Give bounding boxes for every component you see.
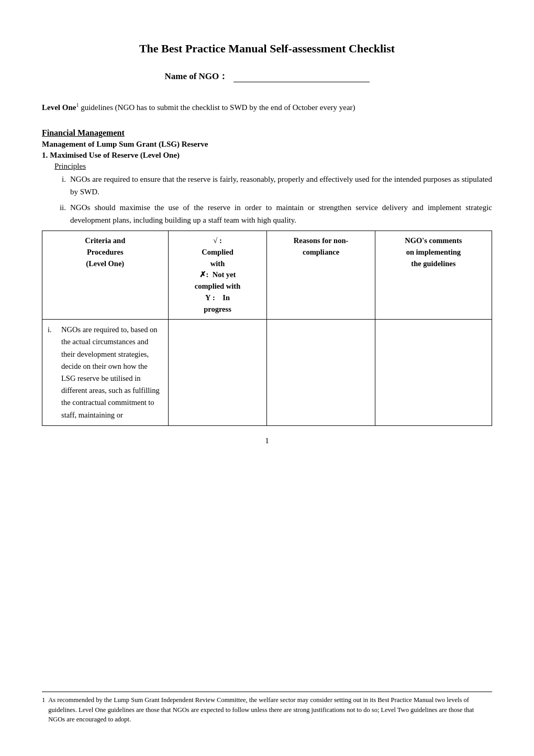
page-number: 1 <box>42 436 492 445</box>
main-table: Criteria andProcedures(Level One) √ : Co… <box>42 231 492 426</box>
roman-ii: ii. <box>54 201 66 226</box>
row-roman-i: i. <box>48 324 58 421</box>
principle-ii: ii. NGOs should maximise the use of the … <box>54 201 492 226</box>
footnote-text: As recommended by the Lump Sum Grant Ind… <box>48 695 492 725</box>
header-complied: √ : Compliedwith ✗: Not yetcomplied with… <box>168 231 267 320</box>
table-header-row: Criteria andProcedures(Level One) √ : Co… <box>42 231 492 320</box>
complied-with-label: Compliedwith <box>202 248 233 268</box>
header-criteria: Criteria andProcedures(Level One) <box>42 231 169 320</box>
principle-i-text: NGOs are required to ensure that the res… <box>70 173 492 198</box>
check-symbol: √ <box>213 236 217 245</box>
ngo-name-input-blank <box>233 71 370 82</box>
financial-management-heading: Financial Management <box>42 128 492 138</box>
header-reasons: Reasons for non-compliance <box>267 231 375 320</box>
principles-label: Principles <box>54 162 492 171</box>
y-symbol: Υ <box>205 293 210 302</box>
footnote-area: 1 As recommended by the Lump Sum Grant I… <box>42 692 492 725</box>
table-row: i. NGOs are required to, based on the ac… <box>42 320 492 426</box>
numbered-heading-text: Maximised Use of Reserve (Level One) <box>50 151 180 160</box>
ngo-name-line: Name of NGO： <box>42 70 492 82</box>
cross-symbol: ✗: <box>199 270 209 279</box>
footnote-number: 1 <box>42 695 45 725</box>
roman-i: i. <box>54 173 66 198</box>
level-one-rest: guidelines (NGO has to submit the checkl… <box>79 103 355 112</box>
principle-ii-text: NGOs should maximise the use of the rese… <box>70 201 492 226</box>
cell-reasons-i <box>267 320 375 426</box>
principles-list: i. NGOs are required to ensure that the … <box>54 173 492 226</box>
row-text-i: NGOs are required to, based on the actua… <box>61 324 163 421</box>
level-one-bold: Level One <box>42 103 76 112</box>
page-title: The Best Practice Manual Self-assessment… <box>42 42 492 56</box>
principle-i: i. NGOs are required to ensure that the … <box>54 173 492 198</box>
cell-comments-i <box>375 320 492 426</box>
header-comments: NGO's commentson implementingthe guideli… <box>375 231 492 320</box>
cell-criteria-i: i. NGOs are required to, based on the ac… <box>42 320 169 426</box>
footnote-line: 1 As recommended by the Lump Sum Grant I… <box>42 695 492 725</box>
sub-heading-lsg: Management of Lump Sum Grant (LSG) Reser… <box>42 140 492 149</box>
level-one-intro: Level One1 guidelines (NGO has to submit… <box>42 101 492 114</box>
cell-complied-i <box>168 320 267 426</box>
ngo-name-label: Name of NGO： <box>164 71 228 81</box>
numbered-heading-maximised: 1. Maximised Use of Reserve (Level One) <box>42 151 492 160</box>
numbered-index: 1. <box>42 151 48 160</box>
